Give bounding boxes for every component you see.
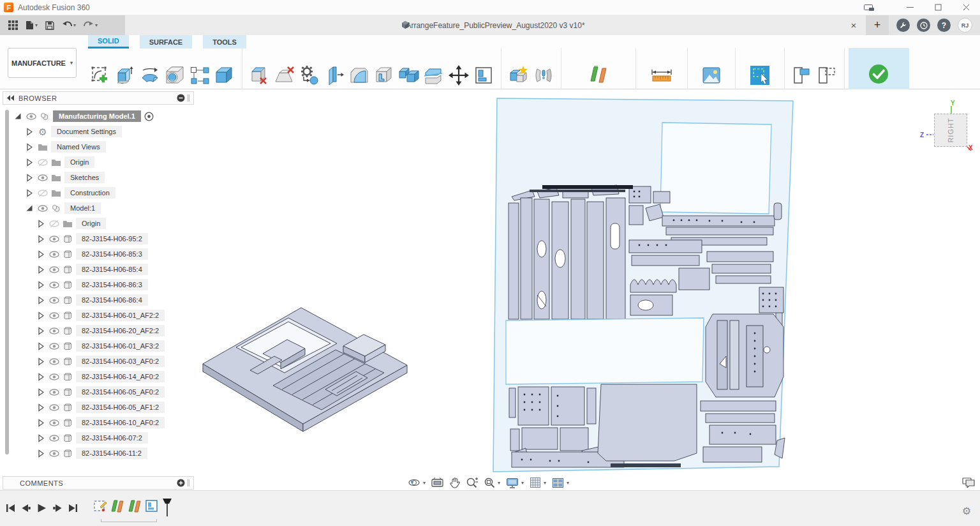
tree-row-82-j3154-h06-86-3[interactable]: 82-J3154-H06-86:3 [11,277,194,292]
expand-arrow-icon[interactable] [36,235,46,243]
tree-row-origin[interactable]: Origin [11,154,194,170]
visibility-eye-icon[interactable] [49,250,59,259]
workspace-selector[interactable]: MANUFACTURE ▾ [8,48,77,78]
visibility-eye-icon[interactable] [38,174,48,182]
tree-row-82-j3154-h06-10-af0-2[interactable]: 82-J3154-H06-10_AF0:2 [11,415,194,430]
press-pull-icon[interactable] [323,64,346,87]
skip-end-icon[interactable] [69,504,77,513]
expand-arrow-icon[interactable] [24,143,34,151]
new-file-icon[interactable]: ▾ [22,18,41,33]
display-device-icon[interactable] [856,4,882,11]
finish-edit-check-icon[interactable] [867,63,890,86]
move-copy-icon[interactable] [447,64,470,87]
change-parameters-icon[interactable] [298,64,321,87]
display-settings-icon[interactable]: ▾ [505,477,525,489]
app-grid-icon[interactable] [5,18,21,33]
tree-row-82-j3154-h06-03-af0-2[interactable]: 82-J3154-H06-03_AF0:2 [11,354,194,369]
help-icon[interactable]: ? [937,19,951,32]
capture-position-icon[interactable] [791,64,813,87]
extrude-icon[interactable] [114,64,137,87]
visibility-eye-icon[interactable] [38,189,48,197]
timeline-playhead-icon[interactable] [162,499,172,518]
expand-arrow-icon[interactable] [36,327,46,335]
tree-row-82-j3154-h06-85-3[interactable]: 82-J3154-H06-85:3 [11,246,194,262]
maximize-button[interactable] [924,0,952,15]
combine-icon[interactable] [397,64,420,87]
arrange-icon[interactable] [472,64,495,87]
tree-row-82-j3154-h06-01-af3-2[interactable]: 82-J3154-H06-01_AF3:2 [11,338,194,354]
expand-arrow-icon[interactable] [36,266,46,274]
viewcube-face[interactable]: RIGHT [934,114,967,147]
viewports-icon[interactable]: ▾ [551,477,570,489]
expand-arrow-icon[interactable] [36,220,46,228]
expand-arrow-icon[interactable] [13,112,23,120]
settings-gear-icon[interactable]: ⚙ [962,505,971,517]
visibility-eye-icon[interactable] [49,373,59,381]
create-sketch-icon[interactable] [89,64,112,87]
expand-arrow-icon[interactable] [36,281,46,289]
activate-component-radio-icon[interactable] [144,112,154,121]
tree-row-construction[interactable]: Construction [11,185,194,200]
tree-row-model-1[interactable]: Model:1 [11,200,194,216]
grid-display-icon[interactable]: ▾ [528,476,547,489]
visibility-eye-icon[interactable] [49,388,59,396]
pan-icon[interactable] [448,476,461,489]
visibility-eye-icon[interactable] [49,357,59,366]
expand-arrow-icon[interactable] [36,373,46,381]
zoom-icon[interactable] [464,476,479,489]
timeline-plane-icon[interactable] [128,499,142,514]
document-tab[interactable]: ArrangeFeature_PublicPreview_August2020 … [125,15,866,35]
visibility-eye-icon[interactable] [49,419,59,427]
revolve-icon[interactable] [138,64,161,87]
split-body-icon[interactable] [422,64,445,87]
expand-arrow-icon[interactable] [24,174,34,182]
orbit-icon[interactable]: ▾ [407,476,427,489]
expand-arrow-icon[interactable] [36,419,46,427]
tab-solid[interactable]: SOLID [88,35,129,49]
save-icon[interactable] [42,18,57,33]
tree-row-82-j3154-h06-14-af0-2[interactable]: 82-J3154-H06-14_AF0:2 [11,369,194,384]
job-status-clock-icon[interactable] [917,19,930,32]
expand-arrow-icon[interactable] [36,434,46,442]
step-forward-icon[interactable] [53,504,62,513]
visibility-eye-icon[interactable] [38,158,48,167]
close-window-button[interactable] [952,0,980,15]
insert-image-icon[interactable] [700,64,723,87]
tree-row-82-j3154-h06-05-af0-2[interactable]: 82-J3154-H06-05_AF0:2 [11,384,194,400]
visibility-eye-icon[interactable] [49,327,59,335]
comment-bubble-icon[interactable] [962,477,975,490]
expand-arrow-icon[interactable] [36,403,46,412]
joint-icon[interactable] [532,64,555,87]
remove-feature-icon[interactable] [248,64,271,87]
visibility-eye-icon[interactable] [26,112,36,121]
hole-icon[interactable] [163,64,186,87]
panel-grip-handle[interactable] [188,94,189,101]
tree-scrollbar[interactable] [5,110,9,455]
tab-surface[interactable]: SURFACE [140,35,193,49]
new-component-icon[interactable] [507,64,530,87]
play-icon[interactable] [38,504,46,513]
select-icon[interactable] [748,64,771,87]
visibility-eye-icon[interactable] [49,449,59,458]
fit-icon[interactable]: ▾ [482,476,501,489]
expand-arrow-icon[interactable] [36,250,46,259]
expand-arrow-icon[interactable] [36,449,46,458]
visibility-eye-icon[interactable] [49,266,59,274]
look-at-icon[interactable] [430,477,445,488]
add-comment-icon[interactable] [177,479,185,487]
tree-row-document-settings[interactable]: ⚙Document Settings [11,124,194,139]
tree-row-origin[interactable]: Origin [11,216,194,231]
panel-grip-handle[interactable] [188,479,189,486]
tree-row-sketches[interactable]: Sketches [11,170,194,185]
tree-row-82-j3154-h06-07-2[interactable]: 82-J3154-H06-07:2 [11,430,194,446]
tree-row-82-j3154-h06-20-af2-2[interactable]: 82-J3154-H06-20_AF2:2 [11,323,194,338]
close-document-icon[interactable]: × [847,20,861,31]
visibility-eye-icon[interactable] [49,342,59,350]
shell-icon[interactable] [373,64,396,87]
visibility-eye-icon[interactable] [49,312,59,320]
redo-icon[interactable]: ▾ [80,18,101,33]
minimize-panel-icon[interactable] [177,94,185,102]
fillet-icon[interactable] [348,64,371,87]
tree-row-82-j3154-h06-86-4[interactable]: 82-J3154-H06-86:4 [11,292,194,308]
expand-arrow-icon[interactable] [36,342,46,350]
